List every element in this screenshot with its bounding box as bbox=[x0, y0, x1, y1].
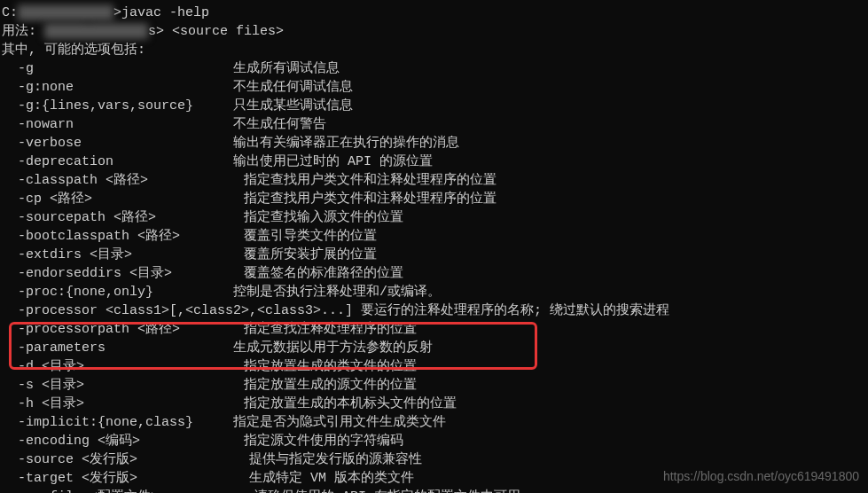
option-flag: -g:{lines,vars,source} bbox=[2, 98, 233, 113]
option-flag: -profile <配置文件> bbox=[2, 489, 254, 493]
option-description: 指定是否为隐式引用文件生成类文件 bbox=[233, 415, 446, 430]
option-flag: -extdirs <目录> bbox=[2, 247, 244, 262]
option-line: -bootclasspath <路径> 覆盖引导类文件的位置 bbox=[2, 227, 866, 246]
option-line: -processorpath <路径> 指定查找注释处理程序的位置 bbox=[2, 320, 866, 339]
option-description: 指定放置生成的本机标头文件的位置 bbox=[244, 396, 457, 411]
option-flag: -endorseddirs <目录> bbox=[2, 266, 244, 281]
usage-redacted: █████ ███████ bbox=[44, 24, 148, 39]
option-line: -h <目录> 指定放置生成的本机标头文件的位置 bbox=[2, 395, 866, 413]
option-line: -d <目录> 指定放置生成的类文件的位置 bbox=[2, 357, 866, 376]
option-line: -source <发行版> 提供与指定发行版的源兼容性 bbox=[2, 450, 866, 469]
option-description: 只生成某些调试信息 bbox=[233, 98, 353, 113]
option-line: -s <目录> 指定放置生成的源文件的位置 bbox=[2, 376, 866, 395]
option-description: 指定查找注释处理程序的位置 bbox=[244, 322, 417, 337]
option-description: 生成所有调试信息 bbox=[233, 61, 340, 76]
option-line: -processor <class1>[,<class2>,<class3>..… bbox=[2, 301, 866, 320]
option-description: 不生成任何警告 bbox=[233, 117, 326, 132]
option-description: 指定查找用户类文件和注释处理程序的位置 bbox=[244, 173, 497, 188]
option-line: -parameters 生成元数据以用于方法参数的反射 bbox=[2, 339, 866, 357]
option-line: -g:none 不生成任何调试信息 bbox=[2, 78, 866, 97]
option-flag: -processor <class1>[,<class2>,<class3>..… bbox=[2, 303, 361, 318]
usage-line: 用法: █████ ███████s> <source files> bbox=[2, 22, 866, 41]
option-line: -proc:{none,only} 控制是否执行注释处理和/或编译。 bbox=[2, 283, 866, 301]
options-header: 其中, 可能的选项包括: bbox=[2, 41, 866, 59]
usage-prefix: 用法: bbox=[2, 24, 44, 39]
option-flag: -bootclasspath <路径> bbox=[2, 229, 244, 244]
option-line: -sourcepath <路径> 指定查找输入源文件的位置 bbox=[2, 208, 866, 227]
option-description: 提供与指定发行版的源兼容性 bbox=[249, 452, 422, 467]
option-line: -g 生成所有调试信息 bbox=[2, 59, 866, 78]
option-line: -classpath <路径> 指定查找用户类文件和注释处理程序的位置 bbox=[2, 171, 866, 190]
option-description: 覆盖签名的标准路径的位置 bbox=[244, 266, 403, 281]
prompt-line: C:████████████>javac -help bbox=[2, 4, 866, 22]
option-flag: -h <目录> bbox=[2, 396, 244, 411]
option-line: -encoding <编码> 指定源文件使用的字符编码 bbox=[2, 432, 866, 450]
option-description: 指定放置生成的类文件的位置 bbox=[244, 359, 417, 374]
option-description: 覆盖引导类文件的位置 bbox=[244, 229, 377, 244]
option-flag: -target <发行版> bbox=[2, 471, 249, 486]
option-line: -endorseddirs <目录> 覆盖签名的标准路径的位置 bbox=[2, 264, 866, 283]
option-description: 生成元数据以用于方法参数的反射 bbox=[233, 340, 433, 356]
option-description: 指定查找输入源文件的位置 bbox=[244, 210, 403, 225]
redacted-path: ████████████ bbox=[18, 5, 113, 20]
options-list: -g 生成所有调试信息 -g:none 不生成任何调试信息 -g:{lines,… bbox=[2, 59, 866, 493]
option-description: 生成特定 VM 版本的类文件 bbox=[249, 471, 414, 486]
option-flag: -g:none bbox=[2, 80, 233, 95]
command-text: >javac -help bbox=[113, 5, 209, 20]
option-flag: -nowarn bbox=[2, 117, 233, 132]
option-line: -profile <配置文件> 请确保使用的 API 在指定的配置文件中可用 bbox=[2, 488, 866, 493]
option-description: 输出有关编译器正在执行的操作的消息 bbox=[233, 136, 459, 151]
option-line: -nowarn 不生成任何警告 bbox=[2, 115, 866, 134]
option-line: -cp <路径> 指定查找用户类文件和注释处理程序的位置 bbox=[2, 190, 866, 208]
option-flag: -parameters bbox=[2, 340, 233, 356]
option-flag: -s <目录> bbox=[2, 378, 244, 393]
option-flag: -processorpath <路径> bbox=[2, 322, 244, 337]
option-flag: -encoding <编码> bbox=[2, 434, 244, 449]
option-description: 控制是否执行注释处理和/或编译。 bbox=[233, 285, 441, 300]
option-description: 要运行的注释处理程序的名称; 绕过默认的搜索进程 bbox=[361, 303, 669, 318]
option-line: -verbose 输出有关编译器正在执行的操作的消息 bbox=[2, 134, 866, 153]
option-flag: -verbose bbox=[2, 136, 233, 151]
watermark-text: https://blog.csdn.net/oyc619491800 bbox=[663, 468, 859, 486]
option-description: 指定放置生成的源文件的位置 bbox=[244, 378, 417, 393]
option-description: 请确保使用的 API 在指定的配置文件中可用 bbox=[254, 489, 520, 493]
usage-suffix: s> <source files> bbox=[148, 24, 284, 39]
option-flag: -deprecation bbox=[2, 154, 233, 169]
option-description: 覆盖所安装扩展的位置 bbox=[244, 247, 377, 262]
option-description: 指定查找用户类文件和注释处理程序的位置 bbox=[244, 192, 497, 207]
option-flag: -proc:{none,only} bbox=[2, 285, 233, 300]
drive-letter: C: bbox=[2, 5, 18, 20]
option-description: 输出使用已过时的 API 的源位置 bbox=[233, 154, 433, 169]
option-flag: -cp <路径> bbox=[2, 192, 244, 207]
option-line: -implicit:{none,class} 指定是否为隐式引用文件生成类文件 bbox=[2, 413, 866, 432]
option-flag: -source <发行版> bbox=[2, 452, 249, 467]
option-flag: -classpath <路径> bbox=[2, 173, 244, 188]
option-line: -deprecation 输出使用已过时的 API 的源位置 bbox=[2, 153, 866, 171]
option-flag: -sourcepath <路径> bbox=[2, 210, 244, 225]
option-description: 不生成任何调试信息 bbox=[233, 80, 353, 95]
option-description: 指定源文件使用的字符编码 bbox=[244, 434, 403, 449]
option-flag: -d <目录> bbox=[2, 359, 244, 374]
option-line: -extdirs <目录> 覆盖所安装扩展的位置 bbox=[2, 246, 866, 264]
option-flag: -g bbox=[2, 61, 233, 76]
option-line: -g:{lines,vars,source} 只生成某些调试信息 bbox=[2, 97, 866, 115]
option-flag: -implicit:{none,class} bbox=[2, 415, 233, 430]
